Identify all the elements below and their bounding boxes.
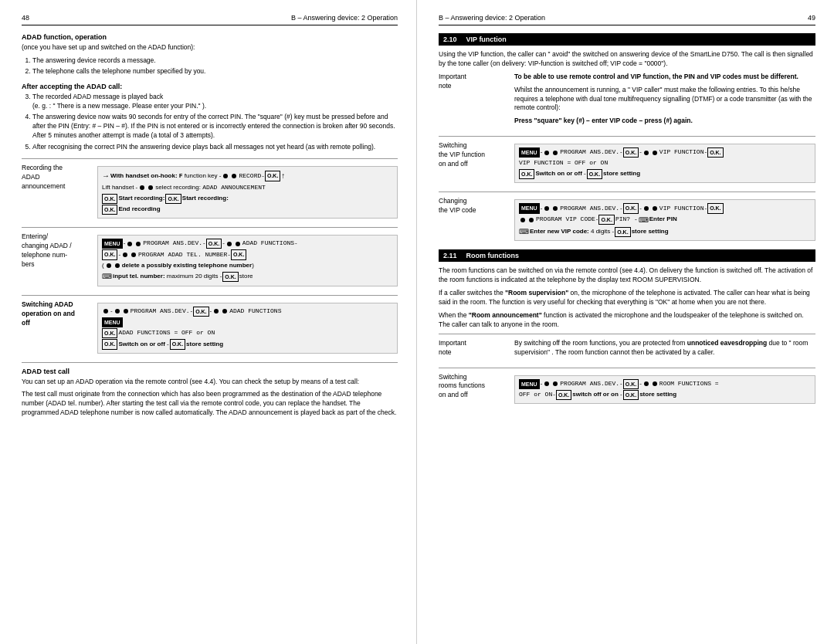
cmd-line: MENU - PROGRAM ANS.DEV. - O.K. - ADAD FU… [102,239,393,249]
list-item: The telephone calls the telephone number… [32,67,398,76]
ok-button: O.K. [623,147,639,158]
vip-important-label: Importantnote [439,73,508,130]
keyboard-icon: ⌨ [102,271,112,282]
cmd-line-4: O.K. End recording [102,205,393,215]
dash: - [553,390,555,400]
changing-vip-content: MENU - PROGRAM ANS.DEV. - O.K. - VIP FUN… [514,197,815,243]
cmd-text: PROGRAM ANS.DEV. [560,204,619,214]
switching-room-label: Switchingrooms functionson and off [439,373,508,406]
cmd-text: store setting [186,340,223,350]
bullet-icon [222,309,227,314]
ok-button: O.K. [623,379,639,389]
room-important-text: By switching off the room functions, you… [514,339,815,358]
entering-adad-content: MENU - PROGRAM ANS.DEV. - O.K. - ADAD FU… [97,232,398,289]
cmd-line: ⌨ Enter new VIP code: 4 digits - O.K. st… [519,226,811,237]
switching-vip-label-text: Switchingthe VIP functionon and off [439,141,485,168]
ok-button: O.K. [707,203,723,213]
cmd-text: With handset on-hook: F function key - [110,171,221,181]
dash: - [639,204,642,214]
list-item: The recorded ADAD message is played back… [32,93,398,111]
dash: - [541,147,543,158]
room-text2: If a caller switches the "Room supervisi… [439,289,815,307]
ok-button: O.K. [222,272,238,282]
cmd-line: OFF or ON - O.K. switch off or on - O.K.… [519,390,811,400]
ok-button: O.K. [165,194,181,204]
vip-important-row: Importantnote To be able to use remote c… [439,73,815,130]
bullet-icon [653,206,657,211]
cmd-line: MENU - PROGRAM ANS.DEV. - O.K. - VIP FUN… [519,147,811,158]
ok-button: O.K. [587,169,602,179]
cmd-line: O.K. Switch on or off - O.K. store setti… [102,339,393,349]
paren-open: ( [102,261,104,271]
dash: - [704,204,707,214]
bullet-icon [127,242,132,246]
dash: - [541,379,543,389]
cmd-text: OFF or ON [519,390,552,400]
cmd-line: MENU [102,317,393,327]
bullet-icon [232,174,236,178]
adad-function-section: ADAD function, operation (once you have … [22,33,398,76]
bullet-icon [131,253,136,257]
entering-adad-label: Entering/changing ADAD /telephone num-be… [22,232,91,289]
adad-test-title: ADAD test call [22,368,398,375]
ok-button: O.K. [615,227,630,237]
cmd-line: PROGRAM VIP CODE - O.K. PIN? - ⌨ Enter P… [519,215,811,225]
vip-intro: Using the VIP function, the caller can "… [439,50,815,69]
cmd-text: RECORD [239,171,261,181]
bullet-icon [544,381,549,386]
dash: - [596,215,598,225]
bullet-icon [115,263,120,268]
cmd-text: PROGRAM VIP CODE [536,215,595,225]
bullet-icon [644,381,649,386]
list-item: The answering device now waits 90 second… [32,113,398,141]
dash: - [124,239,126,249]
after-accepting-title: After accepting the ADAD call: [22,83,398,90]
cmd-line: MENU - PROGRAM ANS.DEV. - O.K. - VIP FUN… [519,203,811,213]
switching-adad-label: Switching ADADoperation on andoff [22,300,91,356]
keyboard-icon: ⌨ [519,226,529,237]
dash: - [639,379,642,389]
ok-button: O.K. [623,203,639,213]
cmd-text: Switch on or off - [118,340,168,350]
ok-button: O.K. [170,339,185,349]
bullet-icon [103,309,108,314]
vip-heading-bar: 2.10 VIP function [439,33,815,46]
entering-commands: MENU - PROGRAM ANS.DEV. - O.K. - ADAD FU… [97,235,398,286]
vip-press-text: Press "square" key (#) – enter VIP code … [514,117,815,126]
vip-body2: Whilst the announcement is running, a " … [514,86,815,114]
ok-button: O.K. [598,215,614,225]
entering-adad-row: Entering/changing ADAD /telephone num-be… [22,227,398,289]
cmd-text: End recording [118,205,160,215]
ok-button: O.K. [102,328,117,338]
cmd-text: ROOM FUNCTIONS = [659,379,719,389]
cmd-text: store [239,272,253,282]
bullet-icon [529,218,534,222]
ok-button: O.K. [231,249,246,259]
bullet-icon [123,253,127,257]
switching-room-label-text: Switchingrooms functionson and off [439,373,485,399]
dash: - [110,307,113,317]
dash: - [228,250,230,260]
room-important-label: Importantnote [439,339,508,361]
dash: - [203,239,205,249]
bullet-icon [553,206,558,211]
bullet-icon [644,151,649,155]
vip-important-label-text: Importantnote [439,73,466,90]
switching-vip-row: Switchingthe VIP functionon and off MENU… [439,136,815,185]
cmd-text: PROGRAM ADAD TEL. NUMBER [138,250,227,260]
up-icon: ↑ [281,170,285,182]
bullet-icon [653,381,657,386]
vip-important-bold: To be able to use remote control and VIP… [514,73,815,82]
cmd-text: input tel. number: maximum 20 digits - [113,272,222,282]
cmd-text: ADAD FUNCTIONS [242,239,294,249]
bullet-icon [553,151,558,155]
vip-switch-commands: MENU - PROGRAM ANS.DEV. - O.K. - VIP FUN… [514,144,815,183]
switching-commands: - PROGRAM ANS.DEV. - O.K. - ADAD FUNCTIO… [97,303,398,354]
ok-button: O.K. [206,239,222,249]
ok-button: O.K. [102,194,117,204]
after-accepting-section: After accepting the ADAD call: The recor… [22,83,398,152]
dash: - [704,147,707,158]
entering-adad-label-text: Entering/changing ADAD /telephone num-be… [22,232,72,268]
ok-button: O.K. [102,339,117,349]
ok-button: O.K. [519,169,534,179]
